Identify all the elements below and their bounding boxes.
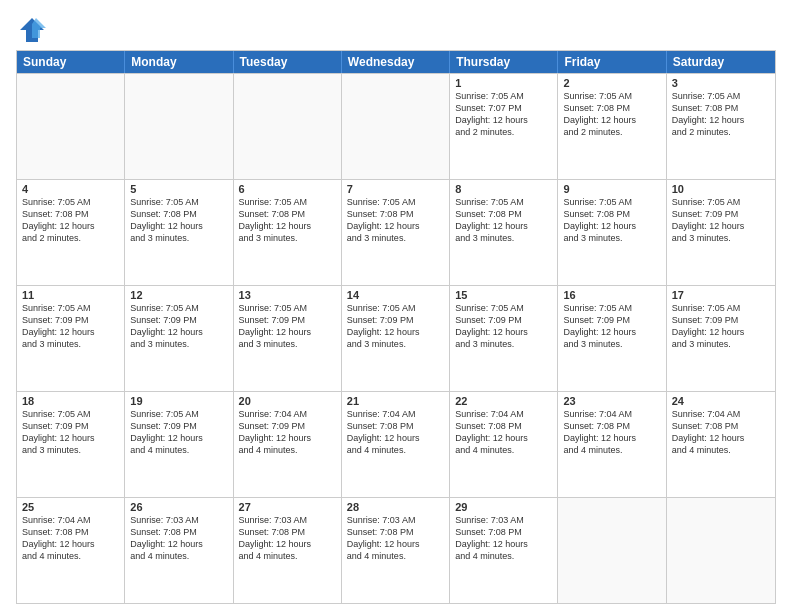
day-number: 22: [455, 395, 552, 407]
calendar-cell: 25Sunrise: 7:04 AMSunset: 7:08 PMDayligh…: [17, 498, 125, 603]
calendar-cell: 13Sunrise: 7:05 AMSunset: 7:09 PMDayligh…: [234, 286, 342, 391]
page-header: [16, 16, 776, 44]
day-info: Sunrise: 7:05 AMSunset: 7:08 PMDaylight:…: [130, 196, 227, 245]
calendar-body: 1Sunrise: 7:05 AMSunset: 7:07 PMDaylight…: [17, 73, 775, 603]
day-number: 28: [347, 501, 444, 513]
calendar-cell: 6Sunrise: 7:05 AMSunset: 7:08 PMDaylight…: [234, 180, 342, 285]
day-number: 9: [563, 183, 660, 195]
calendar-cell: 23Sunrise: 7:04 AMSunset: 7:08 PMDayligh…: [558, 392, 666, 497]
day-info: Sunrise: 7:05 AMSunset: 7:09 PMDaylight:…: [130, 302, 227, 351]
day-info: Sunrise: 7:05 AMSunset: 7:09 PMDaylight:…: [563, 302, 660, 351]
day-number: 10: [672, 183, 770, 195]
logo: [16, 16, 46, 44]
day-number: 13: [239, 289, 336, 301]
calendar-row: 4Sunrise: 7:05 AMSunset: 7:08 PMDaylight…: [17, 179, 775, 285]
calendar-row: 25Sunrise: 7:04 AMSunset: 7:08 PMDayligh…: [17, 497, 775, 603]
day-number: 1: [455, 77, 552, 89]
day-number: 24: [672, 395, 770, 407]
calendar-cell: 28Sunrise: 7:03 AMSunset: 7:08 PMDayligh…: [342, 498, 450, 603]
calendar-cell: 12Sunrise: 7:05 AMSunset: 7:09 PMDayligh…: [125, 286, 233, 391]
calendar-cell: 9Sunrise: 7:05 AMSunset: 7:08 PMDaylight…: [558, 180, 666, 285]
day-info: Sunrise: 7:05 AMSunset: 7:09 PMDaylight:…: [347, 302, 444, 351]
calendar-cell: 17Sunrise: 7:05 AMSunset: 7:09 PMDayligh…: [667, 286, 775, 391]
calendar-cell: [342, 74, 450, 179]
logo-icon: [18, 16, 46, 44]
day-info: Sunrise: 7:03 AMSunset: 7:08 PMDaylight:…: [455, 514, 552, 563]
calendar-cell: 11Sunrise: 7:05 AMSunset: 7:09 PMDayligh…: [17, 286, 125, 391]
calendar-cell: 27Sunrise: 7:03 AMSunset: 7:08 PMDayligh…: [234, 498, 342, 603]
calendar-cell: 2Sunrise: 7:05 AMSunset: 7:08 PMDaylight…: [558, 74, 666, 179]
calendar-cell: 3Sunrise: 7:05 AMSunset: 7:08 PMDaylight…: [667, 74, 775, 179]
day-info: Sunrise: 7:04 AMSunset: 7:08 PMDaylight:…: [347, 408, 444, 457]
day-number: 15: [455, 289, 552, 301]
calendar-cell: 15Sunrise: 7:05 AMSunset: 7:09 PMDayligh…: [450, 286, 558, 391]
day-info: Sunrise: 7:05 AMSunset: 7:09 PMDaylight:…: [22, 302, 119, 351]
day-info: Sunrise: 7:05 AMSunset: 7:08 PMDaylight:…: [239, 196, 336, 245]
calendar-cell: 4Sunrise: 7:05 AMSunset: 7:08 PMDaylight…: [17, 180, 125, 285]
day-info: Sunrise: 7:03 AMSunset: 7:08 PMDaylight:…: [130, 514, 227, 563]
day-info: Sunrise: 7:05 AMSunset: 7:08 PMDaylight:…: [672, 90, 770, 139]
calendar-cell: 19Sunrise: 7:05 AMSunset: 7:09 PMDayligh…: [125, 392, 233, 497]
day-number: 14: [347, 289, 444, 301]
day-info: Sunrise: 7:05 AMSunset: 7:09 PMDaylight:…: [672, 196, 770, 245]
day-info: Sunrise: 7:05 AMSunset: 7:08 PMDaylight:…: [563, 90, 660, 139]
calendar-row: 1Sunrise: 7:05 AMSunset: 7:07 PMDaylight…: [17, 73, 775, 179]
calendar-cell: 16Sunrise: 7:05 AMSunset: 7:09 PMDayligh…: [558, 286, 666, 391]
day-info: Sunrise: 7:04 AMSunset: 7:09 PMDaylight:…: [239, 408, 336, 457]
calendar-cell: 14Sunrise: 7:05 AMSunset: 7:09 PMDayligh…: [342, 286, 450, 391]
day-number: 12: [130, 289, 227, 301]
day-number: 27: [239, 501, 336, 513]
day-number: 26: [130, 501, 227, 513]
day-info: Sunrise: 7:05 AMSunset: 7:09 PMDaylight:…: [22, 408, 119, 457]
calendar-cell: 18Sunrise: 7:05 AMSunset: 7:09 PMDayligh…: [17, 392, 125, 497]
calendar-cell: 7Sunrise: 7:05 AMSunset: 7:08 PMDaylight…: [342, 180, 450, 285]
calendar-cell: 22Sunrise: 7:04 AMSunset: 7:08 PMDayligh…: [450, 392, 558, 497]
calendar-cell: 21Sunrise: 7:04 AMSunset: 7:08 PMDayligh…: [342, 392, 450, 497]
calendar-cell: [234, 74, 342, 179]
header-day: Monday: [125, 51, 233, 73]
day-info: Sunrise: 7:04 AMSunset: 7:08 PMDaylight:…: [563, 408, 660, 457]
svg-marker-1: [32, 18, 46, 38]
header-day: Sunday: [17, 51, 125, 73]
day-info: Sunrise: 7:04 AMSunset: 7:08 PMDaylight:…: [455, 408, 552, 457]
header-day: Tuesday: [234, 51, 342, 73]
day-number: 5: [130, 183, 227, 195]
header-day: Friday: [558, 51, 666, 73]
day-info: Sunrise: 7:05 AMSunset: 7:07 PMDaylight:…: [455, 90, 552, 139]
day-info: Sunrise: 7:04 AMSunset: 7:08 PMDaylight:…: [672, 408, 770, 457]
day-number: 7: [347, 183, 444, 195]
day-info: Sunrise: 7:05 AMSunset: 7:09 PMDaylight:…: [130, 408, 227, 457]
calendar-cell: [667, 498, 775, 603]
day-number: 25: [22, 501, 119, 513]
day-info: Sunrise: 7:05 AMSunset: 7:08 PMDaylight:…: [563, 196, 660, 245]
day-number: 18: [22, 395, 119, 407]
day-number: 20: [239, 395, 336, 407]
day-number: 29: [455, 501, 552, 513]
day-info: Sunrise: 7:05 AMSunset: 7:08 PMDaylight:…: [22, 196, 119, 245]
calendar-cell: 26Sunrise: 7:03 AMSunset: 7:08 PMDayligh…: [125, 498, 233, 603]
calendar-cell: [558, 498, 666, 603]
day-number: 8: [455, 183, 552, 195]
day-info: Sunrise: 7:05 AMSunset: 7:09 PMDaylight:…: [455, 302, 552, 351]
day-number: 16: [563, 289, 660, 301]
day-info: Sunrise: 7:04 AMSunset: 7:08 PMDaylight:…: [22, 514, 119, 563]
calendar-row: 18Sunrise: 7:05 AMSunset: 7:09 PMDayligh…: [17, 391, 775, 497]
calendar-row: 11Sunrise: 7:05 AMSunset: 7:09 PMDayligh…: [17, 285, 775, 391]
day-info: Sunrise: 7:05 AMSunset: 7:09 PMDaylight:…: [672, 302, 770, 351]
day-info: Sunrise: 7:05 AMSunset: 7:08 PMDaylight:…: [347, 196, 444, 245]
header-day: Thursday: [450, 51, 558, 73]
calendar-header: SundayMondayTuesdayWednesdayThursdayFrid…: [17, 51, 775, 73]
calendar-cell: 29Sunrise: 7:03 AMSunset: 7:08 PMDayligh…: [450, 498, 558, 603]
calendar: SundayMondayTuesdayWednesdayThursdayFrid…: [16, 50, 776, 604]
day-number: 11: [22, 289, 119, 301]
header-day: Saturday: [667, 51, 775, 73]
calendar-cell: 10Sunrise: 7:05 AMSunset: 7:09 PMDayligh…: [667, 180, 775, 285]
day-number: 2: [563, 77, 660, 89]
day-number: 3: [672, 77, 770, 89]
day-number: 17: [672, 289, 770, 301]
day-number: 19: [130, 395, 227, 407]
day-number: 21: [347, 395, 444, 407]
day-info: Sunrise: 7:03 AMSunset: 7:08 PMDaylight:…: [239, 514, 336, 563]
day-number: 23: [563, 395, 660, 407]
day-number: 4: [22, 183, 119, 195]
